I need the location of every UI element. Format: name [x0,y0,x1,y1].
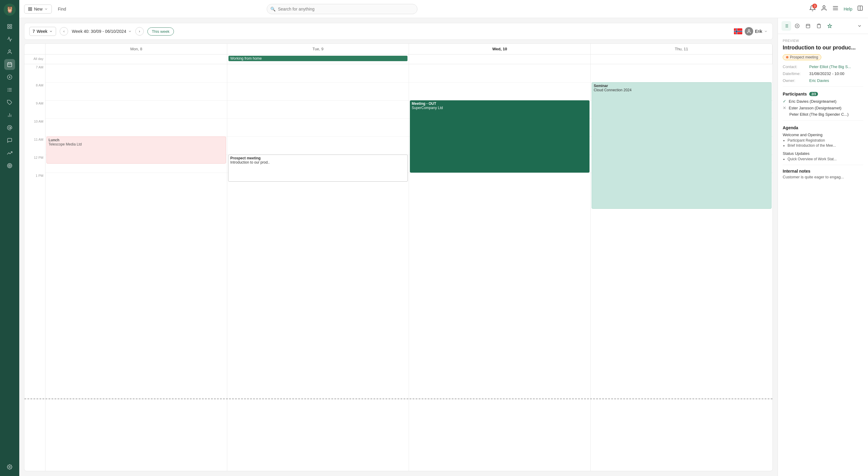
sidebar-icon-home[interactable] [4,21,15,32]
week-range-label: Week 40: 30/09 - 06/10/2024 [72,29,126,34]
time-7am: 7 AM [24,64,45,82]
sidebar-icon-email[interactable] [4,122,15,133]
owner-value[interactable]: Eric Davies [809,78,829,83]
week-range[interactable]: Week 40: 30/09 - 06/10/2024 [72,29,131,34]
find-button-label: Find [58,7,66,11]
time-8am: 8 AM [24,82,45,100]
agenda-section-1-list: Participant Registration Brief Introduct… [783,138,863,148]
svg-point-25 [9,466,10,468]
meeting-out-event[interactable]: Meeting - OUT SuperCompany Ltd [410,100,590,172]
user-selector[interactable]: Erik [745,27,768,36]
calendar-main: 7 Week ‹ Week 40: 30/09 - 06/10/2024 › T… [19,18,778,476]
search-icon: 🔍 [270,7,276,11]
svg-point-41 [748,30,749,31]
profile-button[interactable] [821,5,827,13]
user-label: Erik [755,29,762,34]
panel-tab-dollar[interactable] [792,21,802,31]
day-col-mon[interactable]: Lunch Telescope Media Ltd [45,64,227,471]
help-link[interactable]: Help [844,7,852,11]
seminar-event[interactable]: Seminar Cloud Connection 2024 [592,82,772,209]
sidebar-icon-calendar[interactable] [4,59,15,70]
datetime-row: Date/time: 31/08/20232 - 10:00 [783,71,863,76]
internal-notes-text: Customer is quite eager to engag... [783,175,863,179]
sidebar-icon-money[interactable] [4,72,15,83]
meeting-out-title: Meeting - OUT [412,101,588,106]
search-bar: 🔍 [267,4,417,14]
panel-tab-list[interactable] [781,21,791,31]
sidebar-icon-tags[interactable] [4,97,15,108]
layout-button[interactable] [857,5,863,13]
lunch-event[interactable]: Lunch Telescope Media Ltd [46,136,226,164]
week-selector[interactable]: 7 Week [29,27,56,36]
seminar-subtitle: Cloud Connection 2024 [594,88,770,92]
search-input[interactable] [267,4,417,14]
datetime-value: 31/08/20232 - 10:00 [809,71,844,76]
menu-button[interactable] [832,5,839,13]
new-button-label: New [34,7,42,11]
working-from-home-event[interactable]: Working from home [228,56,407,61]
sidebar-icon-phone[interactable] [4,135,15,146]
time-1pm: 1 PM [24,172,45,191]
sidebar-icon-reports[interactable] [4,110,15,121]
panel-tab-sparkle[interactable] [825,21,835,31]
calendar-header-right: Erik [734,27,768,36]
list-icon [784,24,789,28]
day-col-wed[interactable]: Meeting - OUT SuperCompany Ltd [409,64,591,471]
notification-button[interactable]: 3 [809,5,816,13]
panel-expand-button[interactable] [855,21,864,31]
agenda-section-1-title: Welcome and Opening [783,132,863,137]
day-header-wed: Wed, 10 [409,44,591,54]
user-chevron-icon [764,30,768,33]
prospect-meeting-subtitle: Introduction to our prod.. [230,160,406,164]
prev-week-button[interactable]: ‹ [60,27,68,36]
badge-dot [786,56,788,58]
agenda-section-2-list: Quick Overview of Work Stat... [783,157,863,161]
prospect-meeting-event[interactable]: Prospect meeting Introduction to our pro… [228,155,408,182]
next-week-button[interactable]: › [135,27,144,36]
all-day-row: All day Working from home [24,55,772,64]
topbar-left: New Find [24,4,69,13]
svg-point-6 [9,50,10,52]
new-icon [28,7,32,11]
all-day-tue[interactable]: Working from home [227,55,409,64]
topbar: New Find 🔍 3 Help [19,0,868,18]
sidebar-icon-chart[interactable] [4,34,15,44]
agenda-item-2: Brief Introduction of the Mee... [787,144,863,148]
panel-content: PREVIEW Introduction to our produc... Pr… [778,34,868,476]
svg-point-21 [9,127,10,129]
sidebar-icon-analytics[interactable] [4,148,15,158]
divider-2 [783,120,863,121]
internal-notes-title: Internal notes [783,169,863,173]
app-logo[interactable]: 🦉 [4,4,16,16]
all-day-thu[interactable] [591,55,772,64]
right-panel: PREVIEW Introduction to our produc... Pr… [778,18,868,476]
sidebar-icon-tasks[interactable] [4,84,15,95]
sidebar-icon-target[interactable] [4,160,15,171]
all-day-mon[interactable] [45,55,227,64]
svg-rect-5 [10,27,12,29]
find-button[interactable]: Find [55,5,69,13]
svg-rect-28 [29,9,30,10]
contact-value[interactable]: Peter Elliot (The Big S... [809,64,851,69]
all-day-wed[interactable] [409,55,591,64]
new-button[interactable]: New [24,4,52,13]
sidebar-icon-settings[interactable] [4,462,15,472]
panel-tabs [778,18,868,34]
panel-tab-calendar[interactable] [803,21,813,31]
time-9am: 9 AM [24,100,45,118]
svg-point-30 [823,6,825,8]
this-week-button[interactable]: This week [147,27,174,36]
svg-rect-4 [7,27,9,29]
svg-rect-3 [10,24,12,26]
time-12pm: 12 PM [24,155,45,172]
day-col-thu[interactable]: Seminar Cloud Connection 2024 [591,64,772,471]
week-selector-label: Week [37,29,48,34]
sidebar-icon-contacts[interactable] [4,46,15,57]
calendar-day-headers: Mon, 8 Tue, 9 Wed, 10 Thu, 11 [24,44,772,55]
panel-tab-clipboard[interactable] [814,21,824,31]
calendar-grid: Mon, 8 Tue, 9 Wed, 10 Thu, 11 All day Wo… [24,43,773,471]
day-col-tue[interactable]: Prospect meeting Introduction to our pro… [227,64,409,471]
participant-2-name: Ester Jansson (Designteamet) [789,106,841,110]
range-chevron-icon [128,30,132,33]
day-header-tue: Tue, 9 [227,44,409,54]
